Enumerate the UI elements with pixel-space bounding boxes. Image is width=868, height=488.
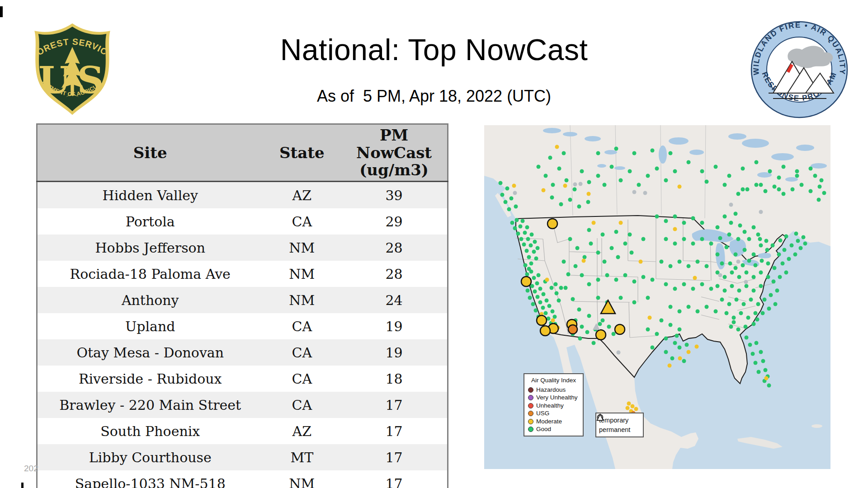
monitor-dot <box>577 308 581 312</box>
monitor-dot <box>612 332 616 336</box>
state-cell: CA <box>263 208 341 235</box>
monitor-dot <box>651 278 655 282</box>
monitor-dot <box>648 316 652 320</box>
monitor-dot <box>796 239 800 243</box>
monitor-dot <box>748 343 752 347</box>
monitor-dot <box>526 237 530 241</box>
monitor-dot <box>664 282 668 286</box>
monitor-dot <box>571 297 575 301</box>
monitor-dot <box>605 273 609 277</box>
monitor-dot <box>700 169 704 174</box>
monitor-dot <box>524 263 528 267</box>
table-header-row: Site State PM NowCast (ug/m3) <box>37 124 448 182</box>
monitor-dot <box>678 346 682 350</box>
monitor-dot <box>619 296 623 300</box>
monitor-dot <box>756 233 760 237</box>
monitor-dot <box>729 203 733 207</box>
monitor-dot <box>784 235 788 239</box>
monitor-dot <box>803 242 807 246</box>
table-row: Otay Mesa - DonovanCA19 <box>37 339 448 366</box>
monitor-dot <box>777 253 781 257</box>
monitor-dot <box>637 183 641 187</box>
monitor-dot <box>555 145 559 149</box>
monitor-dot <box>744 325 748 329</box>
monitor-dot <box>551 183 555 187</box>
monitor-dot <box>632 190 637 194</box>
monitor-dot <box>566 272 571 277</box>
monitor-dot <box>745 271 749 275</box>
moderate-dot-icon <box>528 419 533 424</box>
monitor-dot <box>675 334 679 338</box>
monitor-dot <box>585 330 590 334</box>
monitor-dot <box>646 296 650 300</box>
monitor-dot <box>573 188 577 192</box>
table-row: Hobbs JeffersonNM28 <box>37 235 448 261</box>
monitor-dot <box>752 322 756 326</box>
monitor-dot <box>769 293 773 297</box>
monitor-dot <box>752 225 756 230</box>
monitor-dot <box>758 237 762 241</box>
monitor-dot <box>817 198 821 202</box>
monitor-dot <box>745 188 750 192</box>
monitor-dot <box>723 183 727 187</box>
monitor-dot <box>759 244 763 248</box>
monitor-dot <box>623 273 627 277</box>
temporary-monitor-marker <box>521 277 531 286</box>
monitor-dot <box>723 289 727 293</box>
monitor-dot <box>532 250 536 254</box>
monitor-dot <box>532 276 536 280</box>
monitor-dot <box>525 272 529 277</box>
monitor-dot <box>741 263 745 267</box>
monitor-dot <box>642 275 646 279</box>
table-row: PortolaCA29 <box>37 208 448 235</box>
value-cell: 28 <box>341 261 448 287</box>
monitor-dot <box>709 242 713 246</box>
monitor-dot <box>655 215 659 219</box>
monitor-dot <box>759 183 763 187</box>
monitor-dot <box>736 192 741 196</box>
monitor-dot <box>682 237 686 241</box>
temporary-monitor-marker <box>537 315 547 325</box>
monitor-dot <box>592 221 596 225</box>
monitor-dot <box>655 332 659 336</box>
monitor-dot <box>601 233 605 237</box>
site-cell: Upland <box>37 313 263 339</box>
monitor-dot <box>529 262 533 266</box>
value-cell: 17 <box>341 470 448 488</box>
aqi-legend-label: Unhealthy <box>536 402 564 410</box>
value-cell: 18 <box>341 366 448 392</box>
state-cell: NM <box>263 261 341 287</box>
usfs-logo: FOREST SERVICE U S DEPARTMENT OF AGRICUL… <box>30 20 114 118</box>
edge-artifact-top <box>0 6 3 17</box>
value-cell: 28 <box>341 235 448 261</box>
monitor-dot <box>716 225 720 230</box>
aqi-legend-item: Very Unhealthy <box>528 394 579 402</box>
monitor-dot <box>723 215 727 219</box>
state-cell: NM <box>263 470 341 488</box>
value-cell: 29 <box>341 208 448 235</box>
monitor-dot <box>563 184 567 188</box>
monitor-dot <box>771 244 775 248</box>
monitor-dot <box>499 181 503 185</box>
monitor-dot <box>705 305 709 309</box>
monitor-dot <box>705 180 709 184</box>
monitor-dot <box>736 237 741 241</box>
monitor-dot <box>736 328 741 332</box>
monitor-dot <box>754 361 758 365</box>
monitor-dot <box>557 167 561 171</box>
monitor-dot <box>646 328 650 332</box>
monitor-dot <box>778 275 782 279</box>
monitor-dot <box>513 226 517 230</box>
monitor-dot <box>668 364 672 368</box>
table-row: Sapello-1033 NM-518NM17 <box>37 470 448 488</box>
value-cell: 17 <box>341 392 448 418</box>
monitor-dot <box>559 286 563 290</box>
monitor-dot <box>669 151 673 155</box>
monitor-dot <box>756 302 760 306</box>
monitor-dot <box>765 248 769 252</box>
monitor-dot <box>800 183 804 187</box>
monitor-dot <box>516 232 520 236</box>
monitor-dot <box>669 305 673 309</box>
monitor-dot <box>555 291 559 296</box>
monitor-dot <box>580 169 584 174</box>
